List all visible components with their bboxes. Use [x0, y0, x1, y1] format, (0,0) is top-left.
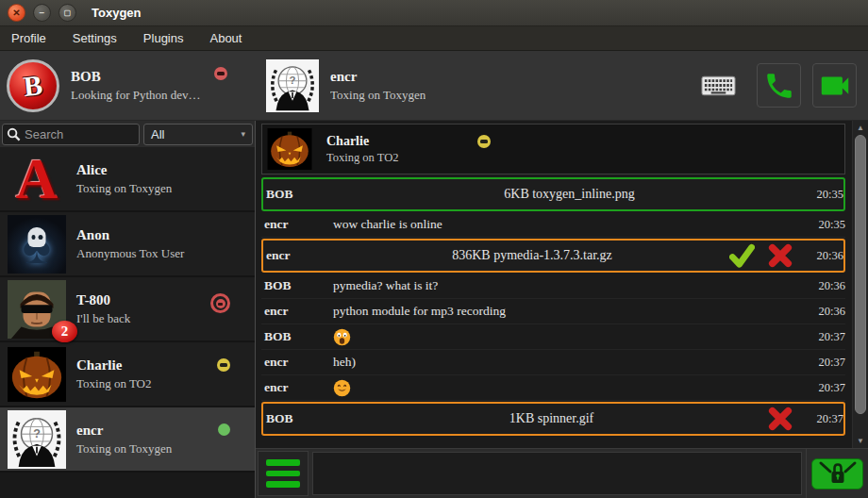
contact-sidebar: All ▾ A Alice Toxing on Toxygen — [0, 121, 255, 498]
maximize-button[interactable]: ▢ — [58, 4, 76, 22]
accept-file-button[interactable] — [729, 243, 755, 269]
message-row: encr heh) 20:37 — [261, 350, 845, 375]
file-name: 836KB pymedia-1.3.7.3.tar.gz — [335, 248, 729, 263]
chevron-down-icon: ▾ — [241, 129, 245, 139]
header: B BOB Looking for Python dev… ? — [0, 51, 868, 121]
avatar: ♠ — [8, 215, 66, 274]
cross-icon — [768, 407, 793, 431]
message-list: Charlie Toxing on TO2 BOB 6KB toxygen_in… — [256, 121, 868, 449]
unread-count-badge: 2 — [52, 321, 77, 342]
contact-item-t800[interactable]: 2 T-800 I'll be back — [0, 277, 255, 342]
peer-avatar: ? — [266, 59, 319, 112]
contact-name: Anon — [76, 227, 184, 243]
menubar: Profile Settings Plugins About — [0, 26, 868, 51]
scroll-up-button[interactable]: ▲ — [853, 121, 868, 135]
video-call-button[interactable] — [812, 63, 857, 108]
contact-name: Alice — [76, 162, 172, 178]
away-status-icon — [477, 135, 491, 148]
contact-status-message: Toxing on TO2 — [76, 376, 152, 391]
contact-item-alice[interactable]: A Alice Toxing on Toxygen — [0, 147, 255, 212]
skull-icon — [28, 227, 46, 247]
messages-scrollbar: ▲ ▼ — [852, 121, 868, 448]
contact-name: encr — [76, 423, 172, 439]
peer-status-message: Toxing on Toxygen — [330, 88, 426, 103]
avatar: ? — [8, 410, 66, 469]
menu-about[interactable]: About — [209, 31, 242, 45]
menu-plugins[interactable]: Plugins — [143, 31, 184, 45]
menu-profile[interactable]: Profile — [11, 31, 46, 45]
svg-text:?: ? — [33, 427, 41, 440]
file-transfer-row: encr 836KB pymedia-1.3.7.3.tar.gz — [261, 239, 845, 273]
close-button[interactable]: ✕ — [8, 4, 25, 22]
scrollbar-thumb[interactable] — [855, 135, 866, 414]
message-row: BOB 20:37 — [261, 324, 845, 350]
contact-status-message: I'll be back — [76, 311, 130, 326]
inline-image-preview: Charlie Toxing on TO2 — [261, 124, 845, 174]
self-status-message: Looking for Python dev… — [71, 88, 201, 103]
message-row: encr wow charlie is online 20:35 — [261, 212, 845, 238]
encrypted-send-lock-icon — [817, 459, 859, 488]
anonymous-mask-icon: ? — [266, 59, 319, 112]
titlebar: ✕ − ▢ Toxygen — [0, 0, 868, 26]
pumpkin-avatar — [8, 345, 66, 404]
scroll-down-button[interactable]: ▼ — [853, 434, 868, 448]
search-box — [2, 124, 140, 145]
send-message-button[interactable] — [811, 458, 863, 490]
smiling-face-emoji — [333, 379, 351, 397]
minimize-button[interactable]: − — [33, 4, 51, 22]
conversation-header: ? encr Toxing on Toxygen — [255, 51, 868, 120]
filter-value: All — [151, 127, 241, 141]
toxygen-window: ✕ − ▢ Toxygen Profile Settings Plugins A… — [0, 0, 868, 498]
check-icon — [729, 243, 755, 269]
self-avatar: B — [7, 59, 59, 112]
screen-keyboard-icon[interactable] — [701, 75, 736, 100]
self-profile[interactable]: B BOB Looking for Python dev… — [0, 51, 255, 120]
file-transfer-row: BOB 6KB toxygen_inline.png 20:35 — [261, 177, 845, 211]
avatar: A — [8, 150, 66, 208]
avatar: 2 — [8, 280, 66, 339]
busy-status-icon — [214, 67, 227, 80]
message-row: BOB pymedia? what is it? 20:36 — [261, 274, 845, 299]
audio-call-button[interactable] — [757, 63, 801, 108]
chat-panel: Charlie Toxing on TO2 BOB 6KB toxygen_in… — [255, 121, 868, 498]
actions-menu-button[interactable] — [258, 451, 309, 496]
search-input[interactable] — [25, 127, 139, 141]
menu-settings[interactable]: Settings — [73, 31, 117, 45]
contact-status-message: Anonymous Tox User — [76, 246, 184, 261]
file-transfer-row: BOB 1KB spinner.gif 20:37 — [261, 402, 845, 436]
video-camera-icon — [817, 68, 853, 104]
busy-new-message-status-icon — [210, 293, 230, 313]
message-input[interactable] — [312, 452, 802, 495]
peer-name: encr — [330, 69, 426, 85]
avatar — [8, 345, 66, 404]
self-name: BOB — [71, 69, 201, 85]
contact-filter-dropdown[interactable]: All ▾ — [143, 124, 253, 145]
contact-list: A Alice Toxing on Toxygen ♠ — [0, 147, 255, 498]
composer — [256, 449, 868, 498]
cancel-file-button[interactable] — [768, 407, 793, 431]
contact-item-charlie[interactable]: Charlie Toxing on TO2 — [0, 342, 255, 407]
contact-name: Charlie — [76, 357, 152, 374]
phone-icon — [763, 70, 795, 102]
away-status-icon — [217, 358, 230, 372]
contact-status-message: Toxing on Toxygen — [76, 441, 172, 456]
search-icon — [7, 127, 21, 141]
inline-image-contact-name: Charlie — [326, 134, 398, 149]
pumpkin-avatar — [267, 128, 312, 170]
file-name: 6KB toxygen_inline.png — [335, 187, 804, 202]
contact-name: T-800 — [76, 292, 130, 308]
contact-item-encr[interactable]: ? encr Toxing on Toxygen — [0, 407, 255, 473]
svg-text:?: ? — [290, 75, 296, 86]
file-name: 1KB spinner.gif — [335, 411, 768, 426]
online-status-icon — [218, 423, 230, 436]
message-row: encr 20:37 — [261, 375, 845, 401]
cross-icon — [768, 243, 793, 268]
contact-item-anon[interactable]: ♠ Anon Anonymous Tox User — [0, 212, 255, 277]
message-row: encr python module for mp3 recording 20:… — [261, 299, 845, 324]
decline-file-button[interactable] — [768, 243, 793, 268]
contact-status-message: Toxing on Toxygen — [76, 181, 172, 196]
window-title: Toxygen — [92, 6, 142, 20]
anonymous-mask-icon: ? — [8, 410, 66, 469]
inline-image-status-message: Toxing on TO2 — [326, 151, 398, 165]
scared-face-emoji — [333, 328, 351, 346]
